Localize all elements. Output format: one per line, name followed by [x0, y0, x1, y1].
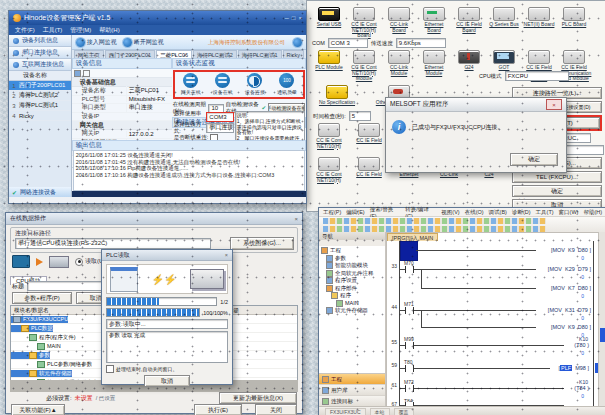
plc-module[interactable]: PLC Module: [313, 50, 345, 82]
maximize-icon[interactable]: □: [292, 15, 296, 21]
close-button[interactable]: 关闭: [255, 404, 297, 415]
speed-value[interactable]: 9.6Kbps: [396, 38, 446, 48]
coil[interactable]: (T80 ): [573, 342, 590, 348]
melsoft-ok-button[interactable]: 确定: [510, 153, 558, 166]
menu-help[interactable]: 帮助(H): [583, 209, 602, 216]
auto-close-checkbox[interactable]: [106, 365, 114, 373]
device-connect-indicator[interactable]: 设备连接: [245, 73, 265, 95]
scroll-thumb[interactable]: [600, 328, 605, 342]
tree-item[interactable]: 全局软元件注释: [321, 270, 385, 278]
device-online-indicator[interactable]: 设备在线: [213, 73, 233, 95]
ethernet-board[interactable]: Ethernet Board: [418, 7, 450, 39]
net-ccie-cont[interactable]: CC IE Cont NET/10(H): [311, 123, 347, 149]
ccie-field-board[interactable]: CC IE Field Board: [453, 7, 485, 39]
q-series-bus[interactable]: Q Series Bus: [488, 7, 520, 39]
menu-project[interactable]: 工程(P): [323, 209, 341, 216]
sidebar-footer[interactable]: ✔网络连接设备: [9, 187, 71, 197]
sidebar-section-serial[interactable]: 串口连接信息: [9, 47, 71, 59]
tree-item[interactable]: 程序部件: [321, 285, 385, 293]
system-image-button[interactable]: 系统图像(G)...: [230, 237, 294, 250]
device-row[interactable]: 2海得PLC测试2: [9, 91, 71, 101]
col-title[interactable]: 标题: [228, 307, 297, 314]
net2-board[interactable]: NET(II) Board: [523, 7, 555, 39]
tree-item[interactable]: 工程: [321, 247, 385, 255]
close-icon[interactable]: ×: [298, 15, 302, 21]
com-select-value[interactable]: COM3: [206, 112, 233, 122]
window-titlebar[interactable]: Hinode设备管理客户端 v1.5 ─ □ ×: [9, 11, 306, 25]
menu-tool[interactable]: 工具(T): [536, 209, 554, 216]
dialog-titlebar[interactable]: 在线数据操作 ×: [6, 213, 302, 225]
ethernet-module[interactable]: Ethernet Module: [418, 50, 450, 82]
instruction[interactable]: [MOV K31 D79 ]: [547, 307, 592, 313]
contact[interactable]: [405, 342, 414, 349]
progress-cancel-button[interactable]: 取消: [144, 375, 190, 387]
cpu-mode-value[interactable]: FXCPU: [505, 71, 569, 81]
sidebar-section-device-list[interactable]: 设备列表信息: [9, 35, 71, 47]
instruction[interactable]: [MOV K29 D79 ]: [547, 266, 592, 272]
minimize-icon[interactable]: ─: [285, 15, 289, 21]
refresh-button[interactable]: 更新为最新信息(X): [219, 392, 297, 404]
menu-online[interactable]: 在线(O): [465, 209, 484, 216]
gateway-online-indicator[interactable]: 网关在线: [181, 73, 201, 95]
menu-debug[interactable]: 调试(B): [489, 209, 507, 216]
ccie-cont-board[interactable]: CC IE Cont NET/10(H) Board: [348, 7, 380, 39]
menu-file[interactable]: 文件(F): [15, 26, 35, 35]
tree-item[interactable]: MAIN: [321, 300, 385, 308]
connect-monitor-button[interactable]: 接入网监视: [76, 38, 117, 47]
navtab-project[interactable]: 工程: [319, 374, 385, 385]
tree-item[interactable]: 程序设置: [321, 277, 385, 285]
output-log[interactable]: 2016/11/08 17:01:25 设备连接通道关闭! 2016/11/08…: [73, 150, 305, 191]
sort-icon[interactable]: [74, 70, 81, 77]
comm-quality-indicator[interactable]: 100通讯质量: [277, 73, 297, 95]
param-program-button[interactable]: 参数+程序(P): [12, 292, 72, 304]
category-icon[interactable]: [83, 70, 90, 77]
vertical-scrollbar[interactable]: [598, 232, 605, 407]
progress-list[interactable]: 参数 读取 完成: [106, 331, 228, 363]
cclink-module[interactable]: CC-Link Module: [383, 50, 415, 82]
melsoft-dialog-titlebar[interactable]: MELSOFT 应用程序 ×: [386, 98, 566, 112]
module-tab[interactable]: CPU模块: [10, 269, 47, 278]
edit-cursor[interactable]: [400, 241, 418, 261]
menu-tools[interactable]: 工具(T): [43, 26, 63, 35]
transfer-ok-button[interactable]: 确定: [512, 185, 602, 197]
close-icon[interactable]: ×: [546, 99, 562, 110]
no-specification[interactable]: No Specification: [313, 85, 361, 111]
instruction[interactable]: [PLF M98 ]: [558, 365, 590, 371]
instruction[interactable]: [MOV K9 D80 ]: [550, 324, 592, 330]
coex-ccie-field[interactable]: CC IE Field: [351, 157, 387, 183]
device-row[interactable]: 1西门子200PLC01: [9, 81, 71, 91]
plc-board[interactable]: PLC Board: [558, 7, 590, 39]
navtab-user-library[interactable]: 用户库: [319, 385, 385, 396]
instruction[interactable]: [MOV K9 D80 ]: [550, 247, 592, 253]
menu-manage[interactable]: 管理(M): [70, 26, 91, 35]
tree-item[interactable]: 程序: [321, 292, 385, 300]
menu-window[interactable]: 窗口(W): [559, 209, 579, 216]
cclink-board[interactable]: CC-Link Board: [383, 7, 415, 39]
contact[interactable]: [405, 266, 414, 273]
disconnect-monitor-button[interactable]: 断开网监视: [123, 38, 164, 47]
tree-item[interactable]: 软元件存储器: [321, 307, 385, 315]
net-ccie-field[interactable]: CC IE Field: [351, 123, 387, 149]
coil[interactable]: (T84 ): [573, 385, 590, 391]
contact[interactable]: [405, 307, 414, 314]
menu-diagnostics[interactable]: 诊断(D): [512, 209, 531, 216]
plc-read-titlebar[interactable]: PLC读取 ×: [102, 250, 232, 261]
mode-select-value[interactable]: 串口连接: [206, 123, 233, 133]
close-icon[interactable]: ×: [225, 252, 228, 258]
tree-item[interactable]: 智能功能模块: [321, 262, 385, 270]
execute-button[interactable]: 执行(E): [194, 404, 242, 415]
related-functions-button[interactable]: 关联功能(F)▲: [11, 404, 65, 415]
contact[interactable]: [405, 385, 414, 392]
close-icon[interactable]: ×: [294, 216, 298, 222]
instruction[interactable]: [MOV K7 D80 ]: [550, 285, 592, 291]
coex-ccie-cont[interactable]: CC IE Cont NET/10(H): [311, 157, 347, 183]
time-check-value[interactable]: 5: [349, 111, 371, 121]
menu-help[interactable]: 帮助(H): [99, 26, 119, 35]
ladder-canvas[interactable]: [MOV K9 D80 ] 0 33 M70 [MOV K29 D79 ] 0 …: [387, 241, 598, 406]
device-row[interactable]: 3海得PLC测试1: [9, 101, 71, 111]
contact[interactable]: [405, 365, 414, 372]
device-row[interactable]: 4Ricky: [9, 111, 71, 121]
sidebar-section-lan[interactable]: 互联网连接信息: [9, 59, 71, 71]
menu-edit[interactable]: 编辑(E): [346, 209, 364, 216]
menu-view[interactable]: 视图(V): [441, 209, 459, 216]
